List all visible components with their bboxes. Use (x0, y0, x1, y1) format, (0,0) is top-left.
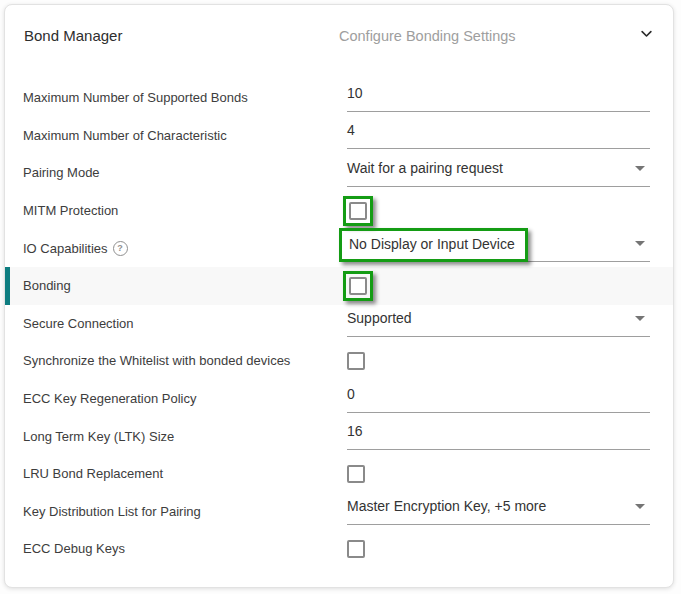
text-input-field[interactable]: 10 (347, 84, 650, 112)
dropdown-field[interactable]: Master Encryption Key, +5 more (347, 497, 650, 525)
setting-value-column: 4 (347, 121, 650, 149)
setting-label-wrap: Key Distribution List for Pairing (23, 504, 347, 519)
checkbox[interactable] (347, 352, 365, 370)
setting-label-wrap: Secure Connection (23, 316, 347, 331)
setting-value-column: Wait for a pairing request (347, 159, 650, 187)
setting-row: Long Term Key (LTK) Size16 (5, 417, 673, 455)
setting-value-column: Supported (347, 309, 650, 337)
setting-value-column: 0 (347, 385, 650, 413)
dropdown-value: Wait for a pairing request (347, 159, 503, 176)
setting-label-wrap: Long Term Key (LTK) Size (23, 429, 347, 444)
text-input-field[interactable]: 16 (347, 422, 650, 450)
setting-label: ECC Key Regeneration Policy (23, 391, 196, 406)
highlight-box (343, 271, 373, 301)
setting-label-wrap: ECC Debug Keys (23, 541, 347, 556)
header-subtitle: Configure Bonding Settings (339, 28, 516, 44)
setting-value-column: Master Encryption Key, +5 more (347, 497, 650, 525)
setting-label-wrap: MITM Protection (23, 203, 347, 218)
setting-value-column: No Display or Input Device (347, 234, 650, 262)
setting-row: Bonding (5, 267, 673, 305)
setting-row: Maximum Number of Characteristic4 (5, 117, 673, 155)
checkbox[interactable] (349, 277, 367, 295)
bond-manager-card: Bond Manager Configure Bonding Settings … (4, 4, 674, 588)
setting-row: Pairing ModeWait for a pairing request (5, 154, 673, 192)
card-header: Bond Manager Configure Bonding Settings (5, 5, 673, 55)
setting-label: Key Distribution List for Pairing (23, 504, 201, 519)
setting-label: LRU Bond Replacement (23, 466, 163, 481)
setting-row: LRU Bond Replacement (5, 455, 673, 493)
text-input-field[interactable]: 4 (347, 121, 650, 149)
dropdown-caret-icon[interactable] (635, 166, 645, 171)
settings-list: Maximum Number of Supported Bonds10Maxim… (5, 55, 673, 568)
dropdown-caret-icon[interactable] (635, 316, 645, 321)
input-value: 0 (347, 385, 355, 402)
setting-value-column (347, 196, 650, 226)
setting-label-wrap: ECC Key Regeneration Policy (23, 391, 347, 406)
checkbox[interactable] (349, 202, 367, 220)
setting-label-wrap: Bonding (23, 278, 347, 293)
help-icon[interactable]: ? (113, 241, 128, 256)
dropdown-field[interactable]: Wait for a pairing request (347, 159, 650, 187)
dropdown-value: Supported (347, 309, 412, 326)
setting-value-column: 16 (347, 422, 650, 450)
page-title: Bond Manager (24, 27, 122, 44)
setting-row: Secure ConnectionSupported (5, 305, 673, 343)
setting-value-column (347, 465, 650, 483)
input-value: 10 (347, 84, 363, 101)
setting-row: Key Distribution List for PairingMaster … (5, 493, 673, 531)
setting-label: ECC Debug Keys (23, 541, 125, 556)
checkbox[interactable] (347, 465, 365, 483)
highlight-box (343, 196, 373, 226)
bond-manager-panel: Bond Manager Configure Bonding Settings … (0, 0, 681, 594)
highlight-box: No Display or Input Device (339, 228, 528, 262)
setting-row: IO Capabilities?No Display or Input Devi… (5, 229, 673, 267)
setting-label: Synchronize the Whitelist with bonded de… (23, 353, 290, 368)
setting-label: IO Capabilities (23, 241, 108, 256)
setting-label-wrap: Synchronize the Whitelist with bonded de… (23, 353, 347, 368)
dropdown-field[interactable]: Supported (347, 309, 650, 337)
setting-label: Long Term Key (LTK) Size (23, 429, 174, 444)
dropdown-caret-icon[interactable] (635, 241, 645, 246)
dropdown-value: Master Encryption Key, +5 more (347, 497, 546, 514)
dropdown-caret-icon[interactable] (635, 504, 645, 509)
setting-label: MITM Protection (23, 203, 118, 218)
input-value: 4 (347, 121, 355, 138)
setting-row: Synchronize the Whitelist with bonded de… (5, 342, 673, 380)
setting-label-wrap: LRU Bond Replacement (23, 466, 347, 481)
setting-value-column: 10 (347, 84, 650, 112)
setting-value-column (347, 271, 650, 301)
setting-row: MITM Protection (5, 192, 673, 230)
dropdown-field[interactable]: No Display or Input Device (347, 234, 650, 262)
chevron-down-icon[interactable] (636, 23, 656, 43)
setting-label: Secure Connection (23, 316, 134, 331)
setting-label-wrap: Maximum Number of Characteristic (23, 128, 347, 143)
setting-label-wrap: Maximum Number of Supported Bonds (23, 90, 347, 105)
setting-label-wrap: Pairing Mode (23, 165, 347, 180)
setting-row: Maximum Number of Supported Bonds10 (5, 79, 673, 117)
setting-label-wrap: IO Capabilities? (23, 241, 347, 256)
setting-label: Maximum Number of Supported Bonds (23, 90, 248, 105)
dropdown-value: No Display or Input Device (349, 235, 515, 252)
setting-value-column (347, 540, 650, 558)
checkbox[interactable] (347, 540, 365, 558)
setting-label: Pairing Mode (23, 165, 100, 180)
setting-label: Maximum Number of Characteristic (23, 128, 227, 143)
text-input-field[interactable]: 0 (347, 385, 650, 413)
input-value: 16 (347, 422, 363, 439)
setting-label: Bonding (23, 278, 71, 293)
setting-row: ECC Key Regeneration Policy0 (5, 380, 673, 418)
setting-value-column (347, 352, 650, 370)
setting-row: ECC Debug Keys (5, 530, 673, 568)
